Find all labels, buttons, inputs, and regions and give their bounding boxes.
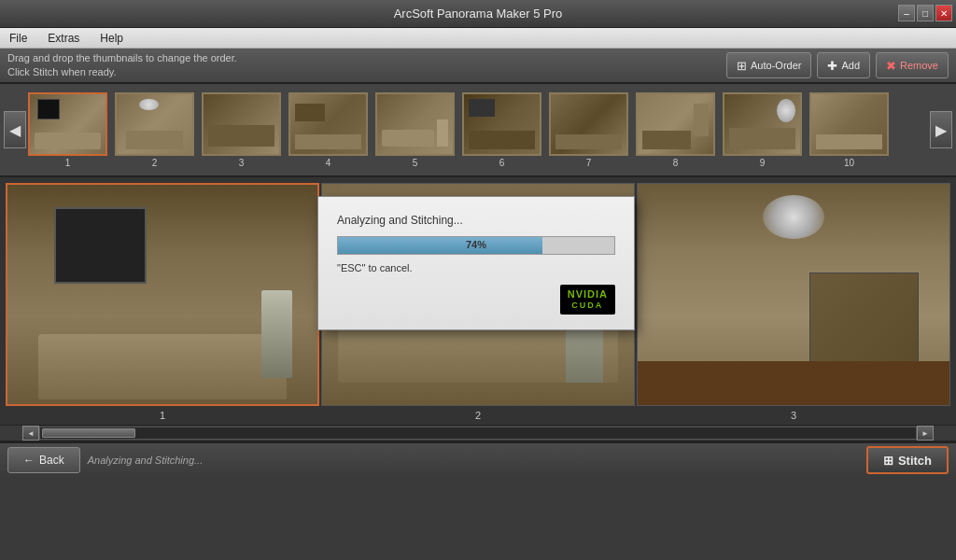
scrollbar-thumb[interactable] <box>42 428 135 438</box>
thumb-img-2[interactable] <box>115 92 194 156</box>
thumbnail-9[interactable]: 9 <box>723 92 802 168</box>
thumbnail-4[interactable]: 4 <box>288 92 368 168</box>
bottom-bar: ← Back Analyzing and Stitching... ⊞ Stit… <box>0 441 956 477</box>
thumb-img-3[interactable] <box>202 92 281 156</box>
analyzing-text: Analyzing and Stitching... <box>337 214 615 227</box>
thumbnail-2[interactable]: 2 <box>115 92 194 168</box>
thumbnail-5[interactable]: 5 <box>375 92 455 168</box>
nvidia-label: NVIDIA <box>568 288 608 301</box>
thumbnail-8[interactable]: 8 <box>636 92 715 168</box>
menu-file[interactable]: File <box>4 30 33 47</box>
auto-order-icon: ⊞ <box>737 59 747 73</box>
menu-help[interactable]: Help <box>94 30 129 47</box>
back-button[interactable]: ← Back <box>7 447 80 473</box>
status-text: Analyzing and Stitching... <box>88 455 859 466</box>
scrollbar-area: ◄ ► <box>0 425 956 441</box>
titlebar: ArcSoft Panorama Maker 5 Pro – □ ✕ <box>0 0 956 28</box>
thumb-img-8[interactable] <box>636 92 715 156</box>
thumb-label-4: 4 <box>326 158 331 168</box>
thumbnail-strip: ◀ 1 2 3 <box>0 84 956 177</box>
thumb-img-7[interactable] <box>549 92 628 156</box>
thumb-label-5: 5 <box>413 158 418 168</box>
scroll-right-button[interactable]: ► <box>917 426 934 441</box>
back-arrow-icon: ← <box>23 454 35 467</box>
instruction-line2: Click Stitch when ready. <box>7 65 721 79</box>
main-label-2: 2 <box>475 408 481 423</box>
progress-dialog: Analyzing and Stitching... 74% "ESC" to … <box>317 196 635 330</box>
thumb-label-1: 1 <box>65 158 71 168</box>
thumb-img-5[interactable] <box>375 92 455 156</box>
main-img-3 <box>637 183 950 406</box>
add-button[interactable]: ✚ Add <box>817 52 870 78</box>
progress-bar: 74% <box>337 236 615 255</box>
scrollbar-track[interactable] <box>39 427 917 440</box>
main-photo-3: 3 <box>637 183 950 423</box>
thumb-label-6: 6 <box>499 158 505 168</box>
thumbnail-7[interactable]: 7 <box>549 92 628 168</box>
thumb-label-3: 3 <box>239 158 245 168</box>
thumb-nav-left[interactable]: ◀ <box>4 111 26 148</box>
thumb-label-7: 7 <box>586 158 592 168</box>
thumb-label-10: 10 <box>844 158 854 168</box>
wall-art-decoration <box>54 207 148 284</box>
thumbnail-3[interactable]: 3 <box>202 92 281 168</box>
thumbnail-6[interactable]: 6 <box>462 92 541 168</box>
thumb-img-6[interactable] <box>462 92 541 156</box>
stitch-button[interactable]: ⊞ Stitch <box>866 446 949 474</box>
sofa-decoration-1 <box>38 334 287 400</box>
add-icon: ✚ <box>827 59 837 73</box>
thumb-label-8: 8 <box>673 158 679 168</box>
thumbnail-10[interactable]: 10 <box>809 92 889 168</box>
thumbnail-1[interactable]: 1 <box>28 92 107 168</box>
scroll-wrap: ◄ ► <box>22 425 934 441</box>
main-label-1: 1 <box>160 408 165 423</box>
nvidia-cuda-badge: NVIDIA CUDA <box>560 285 615 315</box>
thumb-nav-right[interactable]: ▶ <box>930 111 952 148</box>
menu-extras[interactable]: Extras <box>42 30 85 47</box>
remove-button[interactable]: ✖ Remove <box>876 52 949 78</box>
cancel-text: "ESC" to cancel. <box>337 262 615 273</box>
close-button[interactable]: ✕ <box>935 5 952 21</box>
thumb-img-1[interactable] <box>28 92 107 156</box>
toolbar-instruction: Drag and drop the thumbnails to change t… <box>7 51 721 80</box>
maximize-button[interactable]: □ <box>917 5 934 21</box>
auto-order-button[interactable]: ⊞ Auto-Order <box>726 52 811 78</box>
menubar: File Extras Help <box>0 28 956 49</box>
instruction-line1: Drag and drop the thumbnails to change t… <box>7 51 721 65</box>
window-title: ArcSoft Panorama Maker 5 Pro <box>394 7 563 21</box>
thumb-label-9: 9 <box>760 158 766 168</box>
cuda-label: CUDA <box>571 301 603 311</box>
main-img-1 <box>6 183 319 406</box>
thumb-img-10[interactable] <box>809 92 889 156</box>
window-controls: – □ ✕ <box>898 5 952 21</box>
thumb-label-2: 2 <box>152 158 158 168</box>
toolbar: Drag and drop the thumbnails to change t… <box>0 49 956 84</box>
progress-label: 74% <box>338 239 614 250</box>
thumb-img-9[interactable] <box>723 92 802 156</box>
scroll-left-button[interactable]: ◄ <box>22 426 39 441</box>
minimize-button[interactable]: – <box>898 5 915 21</box>
main-label-3: 3 <box>791 408 796 423</box>
remove-icon: ✖ <box>886 59 896 73</box>
stitch-icon: ⊞ <box>883 454 893 468</box>
chandelier-decoration <box>763 195 825 239</box>
thumb-img-4[interactable] <box>288 92 368 156</box>
main-photo-1: 1 <box>6 183 319 423</box>
